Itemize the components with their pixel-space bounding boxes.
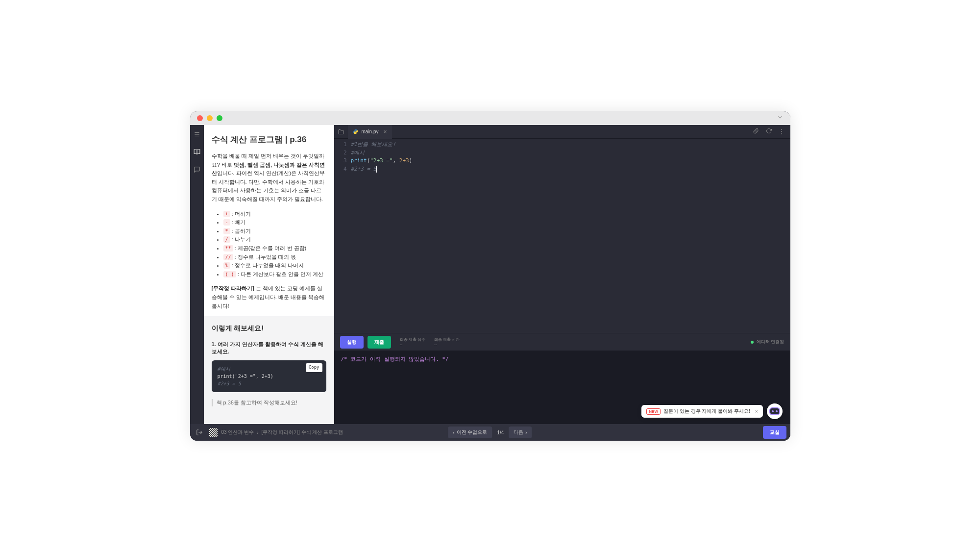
line-number: 3: [334, 157, 347, 165]
close-tab-icon[interactable]: ×: [384, 128, 387, 135]
breadcrumb-item[interactable]: 03 연산과 변수: [221, 429, 254, 436]
note-bold: [무작정 따라하기]: [212, 285, 254, 291]
op-symbol: **: [223, 245, 233, 251]
submit-button[interactable]: 제출: [368, 336, 391, 349]
line-gutter: 1 2 3 4: [334, 141, 351, 333]
op-symbol: %: [223, 262, 230, 269]
traffic-lights: [197, 115, 222, 121]
breadcrumb-separator: ›: [257, 430, 258, 435]
close-window-button[interactable]: [197, 115, 203, 121]
example-comment: #예시: [218, 365, 320, 373]
app-body: 수식 계산 프로그램 | p.36 수학을 배울 때 제일 먼저 배우는 것이 …: [190, 125, 790, 424]
editor-status: 에디터 연결됨: [751, 339, 784, 345]
op-desc: : 정수로 나누었을 때의 몫: [235, 254, 296, 260]
op-desc: : 곱하기: [232, 228, 251, 234]
qr-code-icon[interactable]: [209, 428, 218, 437]
chatbot-message: 질문이 있는 경우 저에게 물어봐 주세요!: [663, 408, 750, 415]
code-num: 2+3: [399, 157, 409, 164]
op-desc: : 정수로 나누었을 때의 나머지: [232, 262, 304, 268]
status-text: 에디터 연결됨: [757, 339, 784, 345]
operator-list: + : 더하기 - : 빼기 * : 곱하기 / : 나누기 ** : 제곱(같…: [212, 210, 326, 279]
page-total: 4: [501, 430, 504, 435]
next-label: 다음: [514, 429, 523, 436]
chatbot-avatar[interactable]: [767, 403, 783, 419]
refresh-icon[interactable]: [766, 128, 772, 135]
prev-label: 이전 수업으로: [457, 429, 488, 436]
score-label: 최종 제출 점수: [400, 337, 425, 342]
operator-item: % : 정수로 나누었을 때의 나머지: [223, 261, 326, 270]
time-group: 최종 제출 시간 --: [434, 337, 460, 347]
score-value: --: [400, 342, 425, 347]
python-icon: [353, 129, 359, 135]
robot-face-icon: [769, 407, 780, 415]
exit-icon[interactable]: [194, 427, 205, 438]
op-desc: : 나누기: [232, 236, 251, 242]
line-number: 1: [334, 141, 347, 149]
next-lesson-button[interactable]: 다음 ›: [509, 427, 532, 438]
intro-text: 수학을 배울 때 제일 먼저 배우는 것이 무엇일까요? 바로 덧셈, 뺄셈 곱…: [212, 152, 326, 204]
op-desc: : 빼기: [232, 219, 245, 225]
score-group: 최종 제출 점수 --: [400, 337, 425, 347]
code-line: #예시: [351, 149, 790, 157]
code-comment: #2+3 = 5: [351, 166, 377, 172]
code-sep: ,: [393, 157, 399, 164]
editor-area: main.py × ⋮ 1 2 3 4: [334, 125, 790, 424]
content-panel: 수식 계산 프로그램 | p.36 수학을 배울 때 제일 먼저 배우는 것이 …: [204, 125, 334, 424]
code-line: #2+3 = 5: [351, 165, 790, 174]
new-badge: NEW: [646, 408, 661, 415]
breadcrumb-item[interactable]: [무작정 따라하기] 수식 계산 프로그램: [262, 429, 343, 436]
try-title: 이렇게 해보세요!: [212, 324, 326, 333]
file-tab-label: main.py: [362, 129, 379, 134]
operator-item: * : 곱하기: [223, 227, 326, 236]
chevron-down-icon[interactable]: [777, 114, 784, 123]
classroom-button[interactable]: 교실: [763, 426, 786, 439]
intro-p2: 입니다. 파이썬 역시 연산(계산)은 사칙연산부터 시작합니다. 다만, 수학…: [212, 170, 325, 202]
chatbot-widget: NEW 질문이 있는 경우 저에게 물어봐 주세요! ×: [641, 403, 782, 419]
lesson-nav: ‹ 이전 수업으로 1/4 다음 ›: [448, 427, 532, 438]
example-result: #2+3 = 5: [218, 380, 320, 387]
line-number: 4: [334, 165, 347, 174]
hint-text: 책 p.36를 참고하여 작성해보세요!: [212, 399, 326, 406]
code-editor[interactable]: 1 2 3 4 #1번을 해보세요! #예시 print("2+3 =", 2+…: [334, 139, 790, 333]
operator-item: ** : 제곱(같은 수를 여러 번 곱함): [223, 244, 326, 253]
op-symbol: +: [223, 211, 230, 217]
code-line: print("2+3 =", 2+3): [351, 157, 790, 165]
folder-icon[interactable]: [334, 129, 348, 135]
bottom-bar: 03 연산과 변수 › [무작정 따라하기] 수식 계산 프로그램 ‹ 이전 수…: [190, 424, 790, 441]
time-label: 최종 제출 시간: [434, 337, 460, 342]
op-symbol: *: [223, 228, 230, 234]
try-section: 이렇게 해보세요! 1. 여러 가지 연산자를 활용하여 수식 계산을 해보세요…: [204, 316, 334, 424]
maximize-window-button[interactable]: [217, 115, 222, 121]
copy-button[interactable]: Copy: [306, 363, 322, 372]
run-bar: 실행 제출 최종 제출 점수 -- 최종 제출 시간 -- 에디터 연결됨: [334, 333, 790, 351]
code-fn: print: [351, 157, 367, 164]
code-str: "2+3 =": [370, 157, 392, 164]
op-desc: : 더하기: [232, 211, 251, 217]
example-code-block: Copy #예시 print("2+3 =", 2+3) #2+3 = 5: [212, 360, 326, 392]
chat-icon[interactable]: [193, 165, 201, 174]
book-icon[interactable]: [193, 148, 201, 156]
chatbot-close-icon[interactable]: ×: [755, 409, 758, 414]
file-tab-main[interactable]: main.py ×: [348, 125, 392, 139]
breadcrumb: 03 연산과 변수 › [무작정 따라하기] 수식 계산 프로그램: [221, 429, 343, 436]
output-message: /* 코드가 아직 실행되지 않았습니다. */: [341, 356, 449, 362]
list-icon[interactable]: [193, 130, 201, 139]
op-symbol: //: [223, 254, 233, 260]
example-code: print("2+3 =", 2+3): [218, 373, 320, 380]
code-lines: #1번을 해보세요! #예시 print("2+3 =", 2+3) #2+3 …: [351, 141, 790, 333]
chatbot-bubble: NEW 질문이 있는 경우 저에게 물어봐 주세요! ×: [641, 405, 762, 418]
op-symbol: -: [223, 219, 230, 226]
more-icon[interactable]: ⋮: [779, 128, 784, 135]
operator-item: // : 정수로 나누었을 때의 몫: [223, 253, 326, 262]
prev-lesson-button[interactable]: ‹ 이전 수업으로: [448, 427, 492, 438]
content-description: 수식 계산 프로그램 | p.36 수학을 배울 때 제일 먼저 배우는 것이 …: [204, 125, 334, 316]
operator-item: / : 나누기: [223, 235, 326, 244]
op-desc: : 제곱(같은 수를 여러 번 곱함): [235, 245, 307, 251]
time-value: --: [434, 342, 460, 347]
line-number: 2: [334, 149, 347, 157]
op-symbol: /: [223, 236, 230, 243]
minimize-window-button[interactable]: [207, 115, 213, 121]
attachment-icon[interactable]: [753, 128, 759, 135]
sidebar-rail: [190, 125, 204, 424]
run-button[interactable]: 실행: [340, 336, 364, 349]
